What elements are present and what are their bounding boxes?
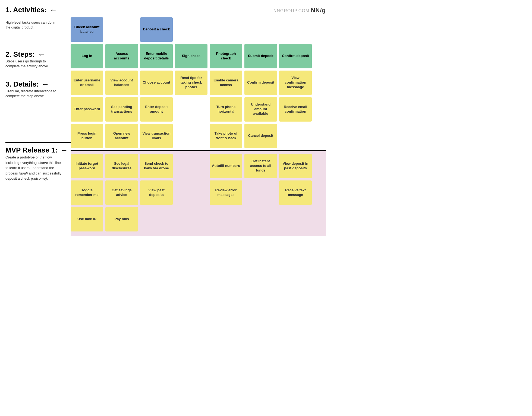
mvp-description: Create a prototype of the flow, includin…	[5, 155, 64, 181]
details-title: 3. Details:	[5, 80, 39, 88]
card: Receive text message	[279, 180, 312, 205]
card: Log in	[71, 44, 103, 68]
card: View confirmation messaage	[279, 71, 312, 95]
card: Cancel deposit	[244, 124, 277, 148]
details-description: Granular, discrete interactions to compl…	[5, 89, 60, 99]
card: Get savings advice	[105, 180, 138, 205]
card: Toggle remember me	[71, 180, 103, 205]
main-layout: High-level tasks users can do in the dig…	[5, 17, 326, 236]
activities-label-block: High-level tasks users can do in the dig…	[5, 17, 71, 47]
activities-description: High-level tasks users can do in the dig…	[5, 20, 60, 30]
mvp-row: Initiate forgot passwordSee legal disclo…	[71, 154, 326, 178]
card: Access accounts	[105, 44, 138, 68]
card: Sign check	[175, 44, 207, 68]
card: See legal disclosures	[105, 154, 138, 178]
mvp-goal-italic: (goal)	[19, 171, 28, 175]
activities-row: Check account balanceDeposit a check	[71, 17, 326, 42]
details-label-block: 3. Details: ← Granular, discrete interac…	[5, 77, 71, 142]
card: Enter mobile deposit details	[140, 44, 173, 68]
card: Photograph check	[210, 44, 242, 68]
card: Understand amount available	[244, 97, 277, 122]
card: Open new account	[105, 124, 138, 148]
mvp-title: MVP Release 1:	[5, 146, 58, 154]
card: Enter password	[71, 97, 103, 122]
logo-g: g	[322, 7, 326, 14]
details-rows-container: Enter username or emailView account bala…	[71, 71, 326, 148]
header: 1. Activities: ← NNGROUP.COM NN/g	[5, 5, 326, 15]
card: Read tips for taking check photos	[175, 71, 207, 95]
card: Enter username or email	[71, 71, 103, 95]
card: View past deposits	[140, 180, 173, 205]
steps-title-row: 2. Steps: ←	[5, 50, 71, 59]
mvp-rows-container: Initiate forgot passwordSee legal disclo…	[71, 150, 326, 236]
activities-header: 1. Activities: ←	[5, 5, 59, 15]
card: Send check to bank via drone	[140, 154, 173, 178]
card: View transaction limits	[140, 124, 173, 148]
card: Use face ID	[71, 207, 103, 231]
mvp-arrow: ←	[60, 146, 68, 155]
content-column: Check account balanceDeposit a check Log…	[71, 17, 326, 236]
card: Pay bills	[105, 207, 138, 231]
mvp-row: Use face IDPay bills	[71, 207, 326, 231]
mvp-row: Toggle remember meGet savings adviceView…	[71, 180, 326, 205]
steps-description: Steps users go through to complete the a…	[5, 59, 60, 69]
card: See pending transactions	[105, 97, 138, 122]
mvp-title-row: MVP Release 1: ←	[5, 146, 68, 155]
card: Take photo of front & back	[210, 124, 242, 148]
mvp-above-bold: above	[38, 161, 48, 165]
logo-slash: /	[320, 7, 322, 14]
page-container: 1. Activities: ← NNGROUP.COM NN/g High-l…	[5, 5, 326, 236]
card: Confirm deposit	[244, 71, 277, 95]
card: Check account balance	[71, 17, 103, 42]
card: Review error messages	[210, 180, 242, 205]
card: Receive email confirmation	[279, 97, 312, 122]
steps-label-block: 2. Steps: ← Steps users go through to co…	[5, 47, 71, 77]
card: Get instant access to all funds	[244, 154, 277, 178]
card: Submit deposit	[244, 44, 277, 68]
labels-column: High-level tasks users can do in the dig…	[5, 17, 71, 236]
activities-title: 1. Activities:	[5, 6, 47, 14]
steps-arrow: ←	[37, 50, 45, 59]
card: View account balances	[105, 71, 138, 95]
details-row: Enter passwordSee pending transactionsEn…	[71, 97, 326, 122]
details-title-row: 3. Details: ←	[5, 80, 71, 89]
mvp-label-block: MVP Release 1: ← Create a prototype of t…	[5, 142, 71, 181]
logo-nn: NN	[311, 7, 320, 14]
card: Enter deposit amount	[140, 97, 173, 122]
card: Deposit a check	[140, 17, 173, 42]
card: Autofill numbers	[210, 154, 242, 178]
activities-arrow: ←	[49, 5, 57, 15]
mvp-outcome-italic: (outcome)	[31, 176, 47, 180]
steps-title: 2. Steps:	[5, 50, 35, 59]
card: Choose account	[140, 71, 173, 95]
card: Initiate forgot password	[71, 154, 103, 178]
steps-row: Log inAccess accountsEnter mobile deposi…	[71, 44, 326, 68]
card: Turn phone horizontal	[210, 97, 242, 122]
card: Press login button	[71, 124, 103, 148]
card: View deposit in past deposits	[279, 154, 312, 178]
card: Enable camera access	[210, 71, 242, 95]
card: Confirm deposit	[279, 44, 312, 68]
details-arrow: ←	[42, 80, 49, 89]
logo-prefix: NNGROUP.COM	[273, 8, 311, 13]
details-row: Enter username or emailView account bala…	[71, 71, 326, 95]
logo: NNGROUP.COM NN/g	[273, 7, 326, 14]
details-row: Press login buttonOpen new accountView t…	[71, 124, 326, 148]
